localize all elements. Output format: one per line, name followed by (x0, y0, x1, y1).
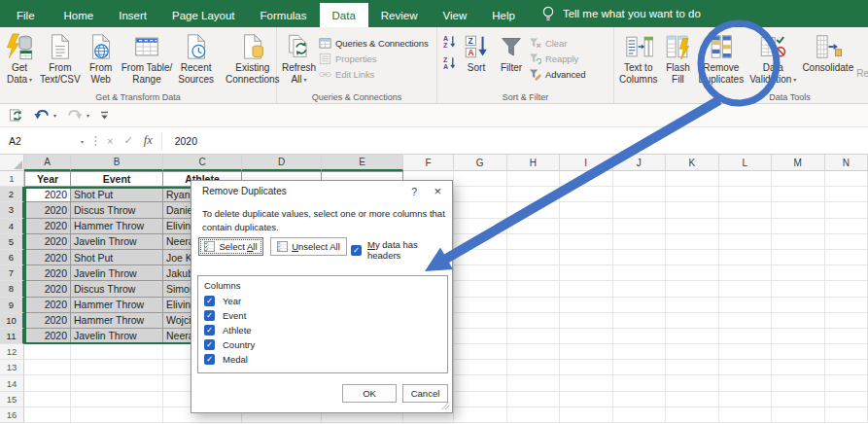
cell-I1[interactable] (560, 171, 613, 187)
cell-N15[interactable] (825, 392, 868, 407)
cell-K15[interactable] (666, 392, 719, 407)
cell-L1[interactable] (719, 171, 773, 187)
cell-B11[interactable]: Javelin Throw (71, 329, 163, 344)
column-header-B[interactable]: B (71, 155, 163, 171)
sort-descending-button[interactable]: ZA (442, 55, 457, 74)
cell-N10[interactable] (825, 313, 868, 329)
cell-H1[interactable] (507, 171, 561, 187)
column-header-D[interactable]: D (242, 155, 322, 171)
cell-L14[interactable] (719, 375, 773, 391)
cell-M5[interactable] (772, 234, 825, 250)
column-header-E[interactable]: E (322, 155, 403, 171)
cell-K14[interactable] (666, 375, 719, 391)
insert-function-icon[interactable]: fx (144, 133, 153, 148)
cell-M4[interactable] (772, 219, 825, 234)
column-option-year[interactable]: ✓Year (204, 296, 241, 306)
cell-B10[interactable]: Hammer Throw (71, 313, 163, 329)
cell-H14[interactable] (507, 375, 561, 391)
cell-K9[interactable] (666, 298, 719, 313)
cell-N6[interactable] (825, 250, 868, 265)
cell-J16[interactable] (613, 407, 667, 423)
cell-L11[interactable] (719, 329, 773, 344)
column-header-N[interactable]: N (825, 155, 868, 171)
cell-A3[interactable]: 2020 (24, 202, 71, 218)
cell-G6[interactable] (454, 250, 507, 265)
row-header-1[interactable]: 1 (0, 171, 24, 187)
cell-M3[interactable] (772, 202, 825, 218)
cell-G7[interactable] (454, 265, 507, 281)
cell-B9[interactable]: Hammer Throw (71, 298, 163, 313)
row-header-12[interactable]: 12 (0, 344, 24, 360)
cell-L10[interactable] (719, 313, 773, 329)
cell-K3[interactable] (666, 202, 719, 218)
cell-L5[interactable] (719, 234, 773, 250)
cell-G8[interactable] (454, 281, 507, 297)
select-all-corner[interactable] (0, 155, 24, 171)
row-header-5[interactable]: 5 (0, 234, 24, 250)
cell-I7[interactable] (560, 265, 613, 281)
tab-page-layout[interactable]: Page Layout (159, 3, 248, 27)
cell-G16[interactable] (454, 407, 507, 423)
cell-G5[interactable] (454, 234, 507, 250)
cell-G10[interactable] (454, 313, 507, 329)
cell-K5[interactable] (666, 234, 719, 250)
column-header-C[interactable]: C (163, 155, 242, 171)
cell-I13[interactable] (560, 360, 613, 375)
ok-button[interactable]: OK (342, 384, 397, 403)
cell-I12[interactable] (560, 344, 613, 360)
cell-J11[interactable] (613, 329, 667, 344)
cell-A5[interactable]: 2020 (24, 234, 71, 250)
column-header-L[interactable]: L (719, 155, 773, 171)
cell-H10[interactable] (507, 313, 561, 329)
cell-M9[interactable] (772, 298, 825, 313)
cell-M15[interactable] (772, 392, 825, 407)
cell-H15[interactable] (507, 392, 561, 407)
cell-I3[interactable] (560, 202, 613, 218)
cell-J15[interactable] (613, 392, 667, 407)
column-header-F[interactable]: F (403, 155, 454, 171)
cell-J8[interactable] (613, 281, 667, 297)
cell-J10[interactable] (613, 313, 667, 329)
cell-H12[interactable] (507, 344, 561, 360)
relationships-button-clipped[interactable]: Rela (856, 68, 868, 79)
dialog-close-button[interactable]: × (434, 184, 441, 198)
cell-G14[interactable] (454, 375, 507, 391)
cell-B15[interactable] (71, 392, 163, 407)
cell-I11[interactable] (560, 329, 613, 344)
cell-K11[interactable] (666, 329, 719, 344)
cell-G9[interactable] (454, 298, 507, 313)
undo-button[interactable]: ▾ (34, 109, 56, 122)
redo-button[interactable]: ▾ (67, 109, 89, 122)
cell-G1[interactable] (454, 171, 507, 187)
cell-I15[interactable] (560, 392, 613, 407)
tell-me-box[interactable]: Tell me what you want to do (541, 0, 701, 27)
cell-I16[interactable] (560, 407, 613, 423)
cell-H5[interactable] (507, 234, 561, 250)
cell-A14[interactable] (24, 375, 71, 391)
cell-B14[interactable] (71, 375, 163, 391)
cell-L3[interactable] (719, 202, 773, 218)
row-header-11[interactable]: 11 (0, 329, 24, 344)
cell-B7[interactable]: Javelin Throw (71, 265, 163, 281)
cell-J14[interactable] (613, 375, 667, 391)
cell-N9[interactable] (825, 298, 868, 313)
cell-M13[interactable] (772, 360, 825, 375)
checkbox-checked-icon[interactable]: ✓ (204, 339, 215, 350)
cell-B13[interactable] (71, 360, 163, 375)
cell-H4[interactable] (507, 219, 561, 234)
cell-K12[interactable] (666, 344, 719, 360)
cell-M16[interactable] (772, 407, 825, 423)
cell-G11[interactable] (454, 329, 507, 344)
cell-K1[interactable] (666, 171, 719, 187)
cell-H8[interactable] (507, 281, 561, 297)
cell-K2[interactable] (666, 187, 719, 202)
cell-N12[interactable] (825, 344, 868, 360)
cancel-entry-icon[interactable]: × (107, 135, 113, 147)
cell-H2[interactable] (507, 187, 561, 202)
clear-filter-button[interactable]: Clear (529, 37, 585, 50)
cell-N11[interactable] (825, 329, 868, 344)
existing-connections-button[interactable]: ExistingConnections (223, 30, 283, 86)
cell-L2[interactable] (719, 187, 773, 202)
column-option-athlete[interactable]: ✓Athlete (204, 325, 252, 336)
cell-J12[interactable] (613, 344, 667, 360)
